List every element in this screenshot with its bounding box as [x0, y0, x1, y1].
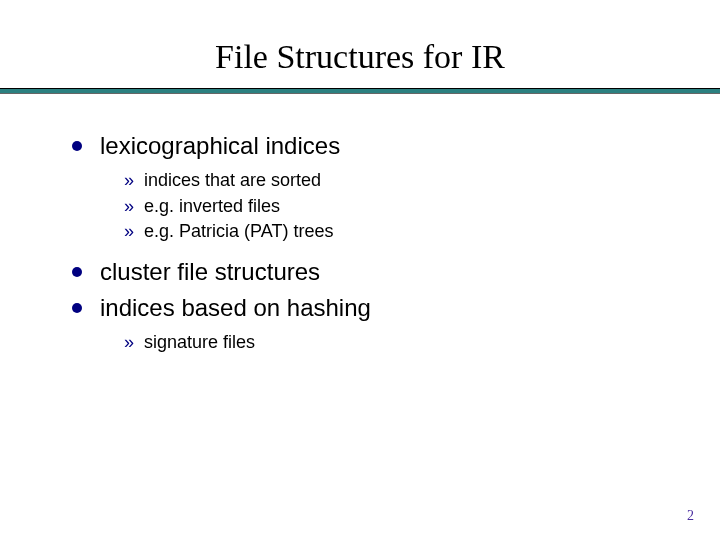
sub-text: e.g. Patricia (PAT) trees: [144, 220, 333, 243]
sub-text: signature files: [144, 331, 255, 354]
sub-list: » signature files: [124, 331, 660, 354]
bullet-text: indices based on hashing: [100, 292, 371, 324]
page-number: 2: [687, 508, 694, 524]
chevron-icon: »: [124, 195, 134, 218]
bullet-text: lexicographical indices: [100, 130, 340, 162]
chevron-icon: »: [124, 220, 134, 243]
sub-item: » indices that are sorted: [124, 169, 660, 192]
chevron-icon: »: [124, 331, 134, 354]
sub-item: » e.g. Patricia (PAT) trees: [124, 220, 660, 243]
sub-item: » e.g. inverted files: [124, 195, 660, 218]
sub-list: » indices that are sorted » e.g. inverte…: [124, 169, 660, 243]
slide-body: lexicographical indices » indices that a…: [0, 94, 720, 355]
bullet-item: cluster file structures: [70, 256, 660, 288]
sub-text: indices that are sorted: [144, 169, 321, 192]
sub-text: e.g. inverted files: [144, 195, 280, 218]
chevron-icon: »: [124, 169, 134, 192]
bullet-dot-icon: [72, 303, 82, 313]
bullet-item: indices based on hashing » signature fil…: [70, 292, 660, 355]
slide-title: File Structures for IR: [0, 38, 720, 76]
bullet-item: lexicographical indices » indices that a…: [70, 130, 660, 244]
title-area: File Structures for IR: [0, 0, 720, 88]
slide: File Structures for IR lexicographical i…: [0, 0, 720, 540]
bullet-dot-icon: [72, 267, 82, 277]
sub-item: » signature files: [124, 331, 660, 354]
bullet-dot-icon: [72, 141, 82, 151]
bullet-row: cluster file structures: [70, 256, 660, 288]
bullet-row: lexicographical indices: [70, 130, 660, 162]
bullet-row: indices based on hashing: [70, 292, 660, 324]
bullet-text: cluster file structures: [100, 256, 320, 288]
